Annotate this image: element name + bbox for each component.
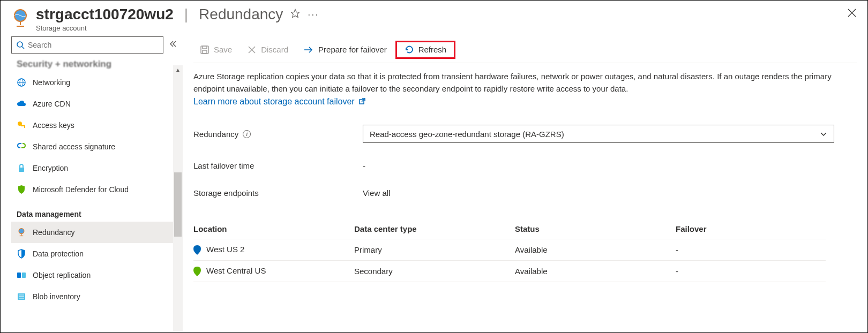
cell-location: West Central US bbox=[206, 266, 266, 275]
svg-rect-17 bbox=[22, 273, 26, 278]
sidebar-item-azure-cdn[interactable]: Azure CDN bbox=[11, 93, 183, 115]
cell-dctype: Primary bbox=[354, 245, 515, 254]
table-row: West Central US Secondary Available - bbox=[193, 261, 826, 282]
svg-rect-23 bbox=[203, 46, 207, 49]
shield-icon bbox=[17, 185, 26, 194]
sidebar: Security + networking Networking Azure C… bbox=[1, 36, 183, 331]
arrow-right-icon bbox=[303, 45, 314, 55]
description-text: Azure Storage replication copies your da… bbox=[193, 63, 857, 97]
sidebar-item-sas[interactable]: Shared access signature bbox=[11, 136, 183, 157]
svg-rect-22 bbox=[201, 46, 208, 54]
svg-rect-11 bbox=[24, 126, 25, 128]
page-name: Redundancy bbox=[199, 6, 283, 23]
svg-rect-24 bbox=[203, 50, 207, 54]
info-icon[interactable]: i bbox=[243, 130, 251, 138]
resource-type-subtitle: Storage account bbox=[36, 24, 857, 32]
svg-marker-1 bbox=[291, 10, 300, 18]
location-pin-icon bbox=[193, 267, 201, 276]
external-link-icon bbox=[359, 97, 365, 106]
cell-failover: - bbox=[676, 245, 826, 254]
search-input[interactable] bbox=[11, 36, 163, 54]
sidebar-item-encryption[interactable]: Encryption bbox=[11, 157, 183, 179]
prepare-failover-button[interactable]: Prepare for failover bbox=[297, 42, 393, 58]
view-all-endpoints-link[interactable]: View all bbox=[363, 188, 390, 198]
sidebar-item-label: Networking bbox=[33, 78, 70, 87]
search-field[interactable] bbox=[28, 41, 159, 49]
th-dctype: Data center type bbox=[354, 224, 515, 233]
refresh-button[interactable]: Refresh bbox=[395, 41, 456, 59]
more-icon[interactable]: ··· bbox=[308, 9, 319, 20]
title-separator: | bbox=[184, 6, 188, 23]
select-value: Read-access geo-zone-redundant storage (… bbox=[370, 130, 564, 139]
sidebar-item-data-protection[interactable]: Data protection bbox=[11, 243, 183, 264]
save-icon bbox=[200, 45, 209, 55]
cell-status: Available bbox=[515, 245, 676, 254]
svg-rect-12 bbox=[19, 168, 24, 172]
command-bar: Save Discard Prepare for failover Refres… bbox=[193, 36, 857, 63]
save-button[interactable]: Save bbox=[193, 42, 238, 58]
sidebar-item-label: Redundancy bbox=[33, 228, 75, 237]
resource-name: strgacct100720wu2 bbox=[36, 6, 174, 23]
sidebar-item-redundancy[interactable]: Redundancy bbox=[11, 222, 183, 243]
inventory-icon bbox=[17, 292, 26, 301]
location-pin-icon bbox=[193, 245, 201, 255]
cell-failover: - bbox=[676, 267, 826, 276]
sidebar-nav: Security + networking Networking Azure C… bbox=[11, 59, 183, 331]
th-status: Status bbox=[515, 224, 676, 233]
last-failover-value: - bbox=[363, 161, 365, 170]
sidebar-item-label: Object replication bbox=[33, 271, 91, 279]
locations-table: Location Data center type Status Failove… bbox=[193, 224, 826, 282]
svg-point-4 bbox=[17, 42, 23, 47]
sidebar-item-label: Data protection bbox=[33, 249, 84, 258]
globe-icon bbox=[17, 228, 26, 237]
refresh-icon bbox=[405, 45, 414, 55]
th-location: Location bbox=[193, 224, 354, 233]
svg-point-13 bbox=[19, 229, 24, 234]
redundancy-label: Redundancy i bbox=[193, 130, 363, 139]
last-failover-label: Last failover time bbox=[193, 161, 363, 170]
close-icon[interactable] bbox=[847, 8, 857, 20]
svg-rect-10 bbox=[21, 125, 25, 126]
cloud-icon bbox=[17, 99, 26, 109]
main-content: Save Discard Prepare for failover Refres… bbox=[183, 36, 867, 331]
protection-icon bbox=[17, 249, 26, 259]
key-icon bbox=[17, 120, 26, 130]
th-failover: Failover bbox=[676, 224, 826, 233]
discard-button[interactable]: Discard bbox=[241, 42, 295, 58]
svg-line-5 bbox=[22, 47, 24, 49]
sidebar-item-label: Shared access signature bbox=[33, 142, 115, 151]
discard-icon bbox=[247, 45, 257, 55]
learn-more-link[interactable]: Learn more about storage account failove… bbox=[193, 97, 355, 106]
sidebar-item-label: Access keys bbox=[33, 121, 74, 130]
sidebar-item-blob-inventory[interactable]: Blob inventory bbox=[11, 286, 183, 307]
lock-icon bbox=[17, 163, 26, 173]
sidebar-section-data-management: Data management bbox=[11, 200, 183, 222]
chevron-down-icon bbox=[820, 130, 827, 138]
redundancy-select[interactable]: Read-access geo-zone-redundant storage (… bbox=[363, 125, 834, 143]
favorite-star-icon[interactable] bbox=[290, 9, 300, 20]
sidebar-item-access-keys[interactable]: Access keys bbox=[11, 115, 183, 136]
sidebar-item-label: Blob inventory bbox=[33, 292, 80, 301]
collapse-sidebar-icon[interactable] bbox=[169, 40, 177, 50]
sidebar-item-defender[interactable]: Microsoft Defender for Cloud bbox=[11, 179, 183, 200]
sidebar-section-truncated: Security + networking bbox=[11, 59, 183, 72]
cell-dctype: Secondary bbox=[354, 267, 515, 276]
network-icon bbox=[17, 78, 26, 87]
svg-line-29 bbox=[362, 99, 365, 102]
link-icon bbox=[17, 142, 26, 152]
scroll-thumb[interactable] bbox=[174, 172, 182, 237]
sidebar-scrollbar[interactable]: ▲ bbox=[173, 65, 183, 331]
storage-endpoints-label: Storage endpoints bbox=[193, 188, 363, 198]
scroll-up-icon[interactable]: ▲ bbox=[173, 65, 183, 74]
globe-stand-icon bbox=[11, 8, 29, 26]
sidebar-item-object-replication[interactable]: Object replication bbox=[11, 264, 183, 286]
sidebar-item-label: Encryption bbox=[33, 164, 68, 172]
sidebar-item-label: Azure CDN bbox=[33, 100, 71, 108]
table-row: West US 2 Primary Available - bbox=[193, 239, 826, 261]
search-icon bbox=[16, 41, 25, 49]
replication-icon bbox=[17, 270, 26, 280]
page-header: strgacct100720wu2 | Redundancy ··· Stora… bbox=[1, 1, 867, 36]
sidebar-item-networking[interactable]: Networking bbox=[11, 72, 183, 93]
svg-rect-16 bbox=[17, 273, 21, 278]
cell-status: Available bbox=[515, 267, 676, 276]
